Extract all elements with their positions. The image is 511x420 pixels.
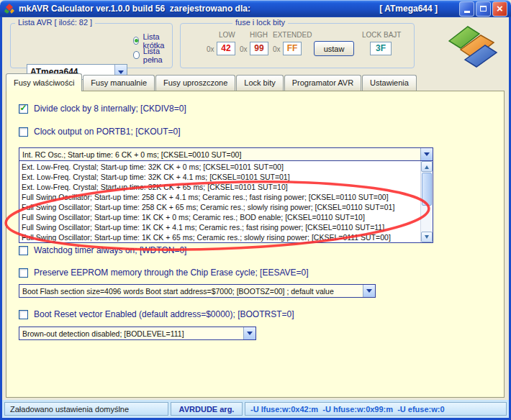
chevron-down-icon xyxy=(247,332,253,338)
clock-source-combo[interactable]: Int. RC Osc.; Start-up time: 6 CK + 0 ms… xyxy=(19,147,433,161)
dropdown-scrollbar[interactable] xyxy=(420,161,433,242)
checkbox-ckout[interactable]: Clock output on PORTB1; [CKOUT=0] xyxy=(19,126,181,137)
radio-lista-pelna-label: Lista pełna xyxy=(143,47,172,64)
dropdown-option-8[interactable]: Full Swing Oscillator; Start-up time: 1K… xyxy=(19,232,420,242)
restore-icon xyxy=(480,6,487,12)
triangle-up-icon xyxy=(425,163,429,169)
window-title: mkAVR Calculator ver.1.0.0 build 56 zare… xyxy=(19,4,250,14)
checkbox-ckdiv8-box[interactable]: ✓ xyxy=(19,104,28,114)
close-icon: × xyxy=(497,3,503,14)
fuse-high-field[interactable]: 99 xyxy=(250,42,268,55)
tab-ustawienia[interactable]: Ustawienia xyxy=(362,75,417,91)
tab-lock-bity[interactable]: Lock bity xyxy=(236,75,283,91)
low-label: LOW xyxy=(219,31,235,39)
clock-source-dropdown-list: Ext. Low-Freq. Crystal; Start-up time: 3… xyxy=(19,160,433,243)
minimize-icon xyxy=(464,11,470,13)
checkbox-eesave-label: Preserve EEPROM memory through the Chip … xyxy=(34,268,309,278)
avrdude-arg-label: AVRDUDE arg. xyxy=(171,402,243,416)
clock-source-combo-value: Int. RC Osc.; Start-up time: 6 CK + 0 ms… xyxy=(19,150,420,159)
bod-combo-value: Brown-out detection disabled; [BODLEVEL=… xyxy=(19,329,243,338)
checkbox-bootrst-label: Boot Reset vector Enabled (default addre… xyxy=(34,309,294,319)
bod-combo[interactable]: Brown-out detection disabled; [BODLEVEL=… xyxy=(19,327,256,340)
status-bar: Załadowano ustawienia domyślne AVRDUDE a… xyxy=(2,400,509,418)
check-icon: ✓ xyxy=(19,104,27,112)
checkbox-ckout-box[interactable] xyxy=(19,127,28,137)
tab-bar: Fusy właściwości Fusy manualnie Fusy upr… xyxy=(6,75,417,91)
bootsz-combo-dropdown-button[interactable] xyxy=(363,285,375,297)
checkbox-eesave[interactable]: Preserve EEPROM memory through the Chip … xyxy=(19,267,309,278)
app-logo xyxy=(443,24,502,68)
dropdown-option-4[interactable]: Full Swing Oscillator; Start-up time: 25… xyxy=(19,192,420,202)
scrollbar-thumb[interactable] xyxy=(422,173,432,206)
dropdown-option-3[interactable]: Ext. Low-Freq. Crystal; Start-up time: 3… xyxy=(19,182,420,192)
app-window: mkAVR Calculator ver.1.0.0 build 56 zare… xyxy=(0,0,511,420)
dropdown-option-1[interactable]: Ext. Low-Freq. Crystal; Start-up time: 3… xyxy=(19,162,420,172)
bod-combo-dropdown-button[interactable] xyxy=(243,327,256,339)
chevron-down-icon xyxy=(366,289,372,296)
tab-fusy-manualnie[interactable]: Fusy manualnie xyxy=(83,75,155,91)
minimize-button[interactable] xyxy=(459,1,474,17)
chevron-down-icon xyxy=(424,152,430,159)
checkbox-eesave-box[interactable] xyxy=(19,268,28,278)
hex-prefix-high: 0x xyxy=(240,45,248,53)
scroll-down-button[interactable] xyxy=(421,232,433,242)
lock-bajt-label: LOCK BAJT xyxy=(362,31,401,39)
checkbox-wdton-label: Watchdog timer always on; [WDTON=0] xyxy=(34,245,186,255)
fuse-extended-field[interactable]: FF xyxy=(283,42,302,55)
radio-lista-krotka[interactable]: Lista krótka xyxy=(133,36,172,45)
tab-fusy-wlasciwosci[interactable]: Fusy właściwości xyxy=(6,73,82,91)
hex-prefix-low: 0x xyxy=(207,45,214,53)
checkbox-ckout-label: Clock output on PORTB1; [CKOUT=0] xyxy=(34,127,181,137)
restore-button[interactable] xyxy=(476,1,491,17)
dropdown-option-6[interactable]: Full Swing Oscillator; Start-up time: 1K… xyxy=(19,212,420,222)
fuse-lock-groupbox: fuse i lock bity LOW HIGH EXTENDED LOCK … xyxy=(180,23,415,68)
checkbox-ckdiv8[interactable]: ✓ Divide clock by 8 internally; [CKDIV8=… xyxy=(19,103,186,114)
triangle-down-icon xyxy=(425,235,429,241)
tab-programator-avr[interactable]: Programator AVR xyxy=(284,75,361,91)
radio-unselected-icon[interactable] xyxy=(133,51,140,59)
tab-fusy-uproszczone[interactable]: Fusy uproszczone xyxy=(155,75,235,91)
hex-prefix-extended: 0x xyxy=(273,45,281,53)
fuse-low-field[interactable]: 42 xyxy=(217,42,235,55)
lock-byte-field[interactable]: 3F xyxy=(370,42,392,55)
avrdude-arg-value: -U lfuse:w:0x42:m -U hfuse:w:0x99:m -U e… xyxy=(245,402,507,416)
bootsz-combo[interactable]: Boot Flash section size=4096 words Boot … xyxy=(19,284,376,298)
window-title-device: [ ATmega644 ] xyxy=(379,4,438,14)
avr-list-caption: Lista AVR [ ilość: 82 ] xyxy=(15,18,95,27)
checkbox-ckdiv8-label: Divide clock by 8 internally; [CKDIV8=0] xyxy=(34,104,186,114)
window-border-left xyxy=(0,17,2,420)
ustaw-button[interactable]: ustaw xyxy=(314,41,354,56)
extended-label: EXTENDED xyxy=(273,31,312,39)
checkbox-wdton[interactable]: Watchdog timer always on; [WDTON=0] xyxy=(19,245,186,256)
title-bar: mkAVR Calculator ver.1.0.0 build 56 zare… xyxy=(0,0,511,17)
dropdown-options: Ext. Low-Freq. Crystal; Start-up time: 3… xyxy=(19,161,420,242)
bootsz-combo-value: Boot Flash section size=4096 words Boot … xyxy=(19,287,363,296)
status-message: Załadowano ustawienia domyślne xyxy=(4,402,168,416)
checkbox-bootrst[interactable]: Boot Reset vector Enabled (default addre… xyxy=(19,309,294,320)
dropdown-option-5[interactable]: Full Swing Oscillator; Start-up time: 25… xyxy=(19,202,420,212)
high-label: HIGH xyxy=(250,31,268,39)
dropdown-option-7[interactable]: Full Swing Oscillator; Start-up time: 1K… xyxy=(19,222,420,232)
app-icon xyxy=(4,3,15,14)
radio-lista-pelna[interactable]: Lista pełna xyxy=(133,50,172,60)
avr-list-groupbox: Lista AVR [ ilość: 82 ] ATmega644 Lista … xyxy=(10,23,173,68)
fuse-lock-caption: fuse i lock bity xyxy=(232,18,288,27)
checkbox-wdton-box[interactable] xyxy=(19,246,28,255)
close-button[interactable]: × xyxy=(492,1,507,17)
clock-combo-dropdown-button[interactable] xyxy=(420,148,433,160)
radio-selected-icon[interactable] xyxy=(133,37,139,45)
checkbox-bootrst-box[interactable] xyxy=(19,310,28,319)
scroll-up-button[interactable] xyxy=(421,161,433,172)
fuse-properties-panel: ✓ Divide clock by 8 internally; [CKDIV8=… xyxy=(6,91,505,398)
dropdown-option-2[interactable]: Ext. Low-Freq. Crystal; Start-up time: 3… xyxy=(19,172,420,182)
